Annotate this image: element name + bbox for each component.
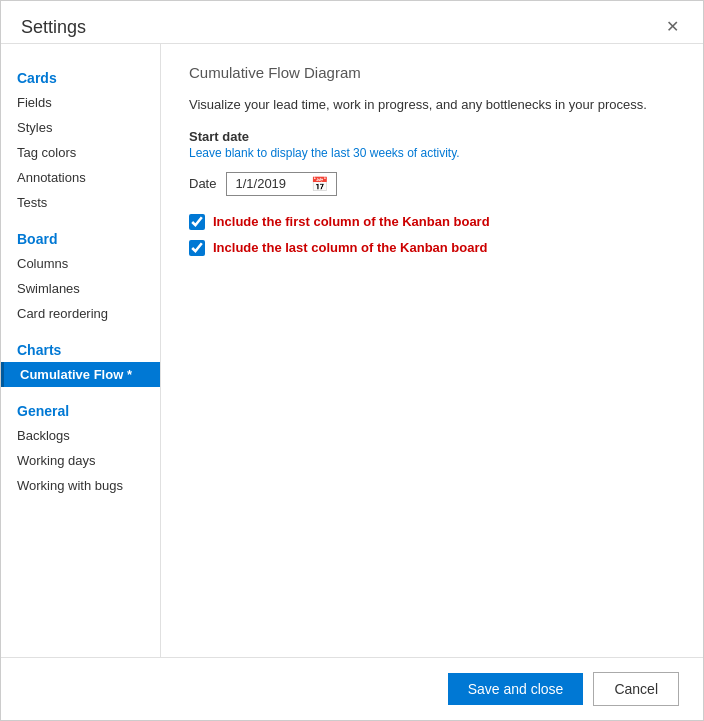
settings-dialog: Settings ✕ Cards Fields Styles Tag color…	[0, 0, 704, 721]
sidebar-item-tests[interactable]: Tests	[1, 190, 160, 215]
sidebar-section-charts: Charts	[1, 332, 160, 362]
dialog-footer: Save and close Cancel	[1, 657, 703, 720]
checkbox-row-first-column: Include the first column of the Kanban b…	[189, 214, 675, 230]
sidebar-item-cumulative-flow[interactable]: Cumulative Flow *	[1, 362, 160, 387]
sidebar: Cards Fields Styles Tag colors Annotatio…	[1, 44, 161, 657]
sidebar-item-working-with-bugs[interactable]: Working with bugs	[1, 473, 160, 498]
save-and-close-button[interactable]: Save and close	[448, 673, 584, 705]
sidebar-item-working-days[interactable]: Working days	[1, 448, 160, 473]
include-first-column-checkbox[interactable]	[189, 214, 205, 230]
cancel-button[interactable]: Cancel	[593, 672, 679, 706]
close-button[interactable]: ✕	[662, 15, 683, 39]
sidebar-section-cards: Cards	[1, 60, 160, 90]
sidebar-item-tag-colors[interactable]: Tag colors	[1, 140, 160, 165]
date-input[interactable]	[235, 176, 305, 191]
checkbox-row-last-column: Include the last column of the Kanban bo…	[189, 240, 675, 256]
start-date-label: Start date	[189, 129, 675, 144]
date-field-label: Date	[189, 176, 216, 191]
calendar-icon[interactable]: 📅	[311, 176, 328, 192]
sidebar-section-board: Board	[1, 221, 160, 251]
dialog-body: Cards Fields Styles Tag colors Annotatio…	[1, 43, 703, 657]
start-date-hint: Leave blank to display the last 30 weeks…	[189, 146, 675, 160]
include-last-column-label[interactable]: Include the last column of the Kanban bo…	[213, 240, 487, 255]
sidebar-item-card-reordering[interactable]: Card reordering	[1, 301, 160, 326]
sidebar-item-styles[interactable]: Styles	[1, 115, 160, 140]
description-text: Visualize your lead time, work in progre…	[189, 97, 647, 112]
include-last-column-checkbox[interactable]	[189, 240, 205, 256]
main-content: Cumulative Flow Diagram Visualize your l…	[161, 44, 703, 657]
dialog-title: Settings	[21, 17, 86, 38]
sidebar-item-swimlanes[interactable]: Swimlanes	[1, 276, 160, 301]
sidebar-item-annotations[interactable]: Annotations	[1, 165, 160, 190]
sidebar-section-general: General	[1, 393, 160, 423]
sidebar-item-columns[interactable]: Columns	[1, 251, 160, 276]
content-title: Cumulative Flow Diagram	[189, 64, 675, 81]
date-input-wrapper[interactable]: 📅	[226, 172, 337, 196]
sidebar-item-fields[interactable]: Fields	[1, 90, 160, 115]
date-row: Date 📅	[189, 172, 675, 196]
sidebar-item-backlogs[interactable]: Backlogs	[1, 423, 160, 448]
include-first-column-label[interactable]: Include the first column of the Kanban b…	[213, 214, 490, 229]
dialog-header: Settings ✕	[1, 1, 703, 43]
description: Visualize your lead time, work in progre…	[189, 95, 675, 115]
